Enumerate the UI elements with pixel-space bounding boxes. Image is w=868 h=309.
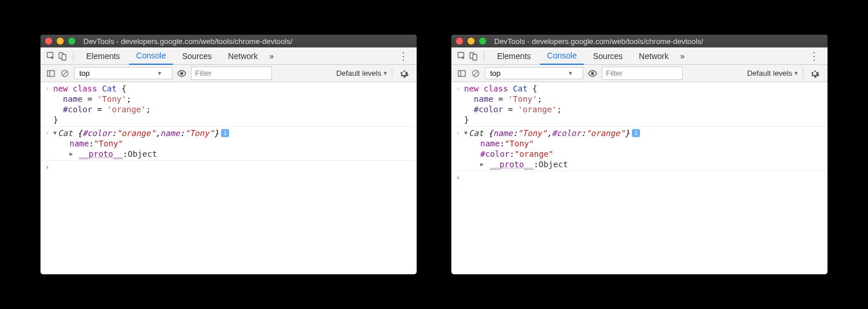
tab-console[interactable]: Console: [129, 47, 172, 65]
object-property[interactable]: name: "Tony": [464, 138, 823, 149]
prompt-icon: ›: [45, 162, 53, 172]
console-live-prompt[interactable]: ›: [451, 171, 827, 184]
console-output-row[interactable]: ‹ ▼Cat {#color: "orange", name: "Tony"}i…: [41, 127, 417, 161]
maximize-icon[interactable]: [479, 38, 486, 45]
tab-elements[interactable]: Elements: [490, 47, 538, 65]
window-title: DevTools - developers.google.com/web/too…: [494, 37, 703, 46]
console-toolbar: top Filter Default levels: [41, 65, 417, 82]
svg-point-15: [591, 72, 594, 75]
eye-icon[interactable]: [177, 69, 186, 78]
code-input: new class Cat { name = 'Tony'; #color = …: [464, 83, 823, 125]
output-icon: ‹: [456, 128, 464, 138]
tab-elements[interactable]: Elements: [79, 47, 127, 65]
maximize-icon[interactable]: [68, 38, 75, 45]
filter-input[interactable]: Filter: [191, 67, 272, 80]
object-proto[interactable]: ▶ __proto__: Object: [53, 149, 412, 159]
info-badge-icon[interactable]: i: [221, 129, 229, 137]
code-input: new class Cat { name = 'Tony'; #color = …: [53, 83, 412, 125]
gear-icon[interactable]: [808, 69, 822, 78]
menu-icon[interactable]: ⋮: [807, 50, 822, 62]
devtools-window-left: DevTools - developers.google.com/web/too…: [41, 35, 417, 274]
device-toggle-icon[interactable]: [469, 52, 478, 61]
main-tabbar: Elements Console Sources Network » ⋮: [451, 47, 827, 65]
close-icon[interactable]: [45, 38, 52, 45]
tab-network[interactable]: Network: [632, 47, 675, 65]
info-badge-icon[interactable]: i: [632, 129, 640, 137]
object-property[interactable]: #color: "orange": [464, 149, 823, 159]
main-tabbar: Elements Console Sources Network » ⋮: [41, 47, 417, 65]
clear-console-icon[interactable]: [60, 69, 69, 78]
chevron-down-icon[interactable]: ▼: [53, 128, 57, 138]
filter-input[interactable]: Filter: [602, 67, 683, 80]
console-live-prompt[interactable]: ›: [41, 161, 417, 174]
more-tabs-icon[interactable]: »: [678, 52, 687, 61]
context-selector[interactable]: top: [74, 67, 172, 79]
titlebar[interactable]: DevTools - developers.google.com/web/too…: [451, 35, 827, 47]
traffic-lights: [456, 38, 486, 45]
separator: [484, 51, 484, 61]
gear-icon[interactable]: [397, 69, 411, 78]
console-toolbar: top Filter Default levels: [451, 65, 827, 82]
svg-rect-2: [62, 54, 66, 60]
sidebar-toggle-icon[interactable]: [46, 69, 56, 78]
console-body: › new class Cat { name = 'Tony'; #color …: [451, 82, 827, 274]
svg-rect-10: [473, 54, 477, 60]
console-body: › new class Cat { name = 'Tony'; #color …: [41, 82, 417, 274]
close-icon[interactable]: [456, 38, 463, 45]
svg-rect-8: [458, 52, 464, 57]
separator: [803, 68, 803, 79]
chevron-down-icon[interactable]: ▼: [464, 128, 468, 138]
traffic-lights: [45, 38, 75, 45]
tab-sources[interactable]: Sources: [586, 47, 630, 65]
log-levels-selector[interactable]: Default levels: [336, 69, 387, 78]
svg-rect-0: [47, 52, 53, 57]
inspect-element-icon[interactable]: [46, 52, 56, 61]
svg-rect-11: [458, 71, 465, 76]
console-output-row[interactable]: ‹ ▼Cat {name: "Tony", #color: "orange"}i…: [451, 127, 827, 171]
menu-icon[interactable]: ⋮: [396, 50, 411, 62]
input-prompt-icon: ›: [456, 83, 464, 94]
svg-rect-3: [47, 71, 54, 76]
prompt-icon: ›: [456, 172, 464, 183]
sidebar-toggle-icon[interactable]: [457, 69, 466, 78]
svg-line-14: [473, 71, 478, 76]
context-selector[interactable]: top: [485, 67, 583, 79]
context-label: top: [79, 69, 90, 78]
separator: [73, 51, 73, 61]
output-object: ▼Cat {name: "Tony", #color: "orange"}i n…: [464, 128, 823, 170]
device-toggle-icon[interactable]: [58, 52, 67, 61]
object-property[interactable]: name: "Tony": [53, 138, 412, 149]
log-levels-selector[interactable]: Default levels: [747, 69, 798, 78]
more-tabs-icon[interactable]: »: [267, 52, 276, 61]
tab-sources[interactable]: Sources: [175, 47, 219, 65]
titlebar[interactable]: DevTools - developers.google.com/web/too…: [41, 35, 417, 47]
tab-console[interactable]: Console: [540, 47, 583, 65]
object-proto[interactable]: ▶ __proto__: Object: [464, 159, 823, 170]
chevron-right-icon[interactable]: ▶: [69, 149, 73, 159]
minimize-icon[interactable]: [57, 38, 64, 45]
inspect-element-icon[interactable]: [457, 52, 466, 61]
console-input-row[interactable]: › new class Cat { name = 'Tony'; #color …: [451, 82, 827, 127]
eye-icon[interactable]: [588, 69, 597, 78]
svg-line-6: [62, 71, 67, 76]
output-object: ▼Cat {#color: "orange", name: "Tony"}i n…: [53, 128, 412, 159]
console-input-row[interactable]: › new class Cat { name = 'Tony'; #color …: [41, 82, 417, 127]
input-prompt-icon: ›: [45, 83, 53, 94]
output-icon: ‹: [45, 128, 53, 138]
tab-network[interactable]: Network: [221, 47, 264, 65]
clear-console-icon[interactable]: [471, 69, 480, 78]
window-title: DevTools - developers.google.com/web/too…: [83, 37, 292, 46]
devtools-window-right: DevTools - developers.google.com/web/too…: [451, 35, 827, 274]
context-label: top: [490, 69, 501, 78]
chevron-right-icon[interactable]: ▶: [480, 159, 484, 170]
minimize-icon[interactable]: [468, 38, 475, 45]
svg-point-7: [181, 72, 183, 75]
separator: [392, 68, 392, 79]
